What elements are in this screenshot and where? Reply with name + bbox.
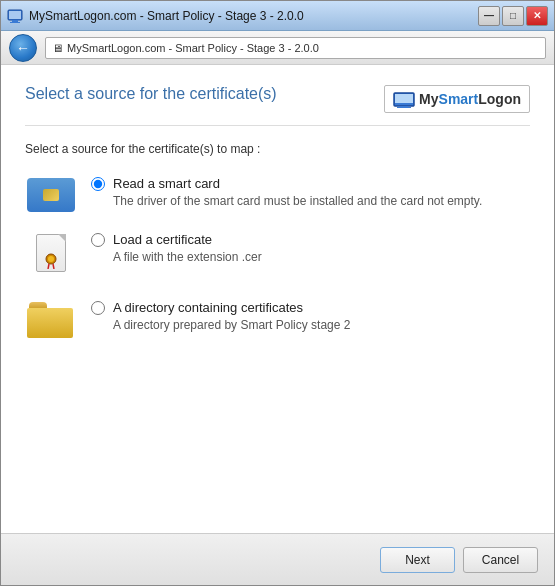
dir-label: A directory containing certificates — [113, 300, 303, 315]
logo-smart: Smart — [439, 91, 479, 107]
page-title: Select a source for the certificate(s) — [25, 85, 277, 103]
smartcard-description: The driver of the smart card must be ins… — [91, 194, 530, 208]
close-button[interactable]: ✕ — [526, 6, 548, 26]
cert-text-area: Load a certificate A file with the exten… — [91, 232, 530, 264]
smartcard-radio-label[interactable]: Read a smart card — [91, 176, 530, 191]
folder-body — [27, 308, 73, 338]
smartcard-radio[interactable] — [91, 177, 105, 191]
smartcard-icon — [27, 178, 75, 212]
address-bar: 🖥 MySmartLogon.com - Smart Policy - Stag… — [45, 37, 546, 59]
option-directory: A directory containing certificates A di… — [25, 300, 530, 342]
svg-rect-5 — [395, 94, 413, 103]
cert-label: Load a certificate — [113, 232, 212, 247]
nav-bar: ← 🖥 MySmartLogon.com - Smart Policy - St… — [1, 31, 554, 65]
smartcard-text-area: Read a smart card The driver of the smar… — [91, 176, 530, 208]
svg-point-9 — [48, 256, 54, 262]
cert-icon — [31, 234, 71, 280]
svg-rect-7 — [397, 107, 411, 108]
window-title: MySmartLogon.com - Smart Policy - Stage … — [29, 9, 304, 23]
logo-icon — [393, 90, 415, 108]
svg-rect-2 — [10, 22, 20, 23]
dir-radio-label[interactable]: A directory containing certificates — [91, 300, 530, 315]
cancel-button[interactable]: Cancel — [463, 547, 538, 573]
chip-icon — [43, 189, 59, 201]
title-bar-left: MySmartLogon.com - Smart Policy - Stage … — [7, 8, 478, 24]
dir-description: A directory prepared by Smart Policy sta… — [91, 318, 530, 332]
app-icon — [7, 8, 23, 24]
window-controls: — □ ✕ — [478, 6, 548, 26]
smartcard-icon-area — [25, 176, 77, 212]
main-content: Select a source for the certificate(s) M… — [1, 65, 554, 533]
folder-icon-area — [25, 300, 77, 342]
title-bar: MySmartLogon.com - Smart Policy - Stage … — [1, 1, 554, 31]
logo-text: MySmartLogon — [419, 91, 521, 107]
option-certificate: Load a certificate A file with the exten… — [25, 232, 530, 280]
svg-rect-1 — [12, 20, 18, 22]
smartcard-label: Read a smart card — [113, 176, 220, 191]
option-smartcard: Read a smart card The driver of the smar… — [25, 176, 530, 212]
cert-paper — [36, 234, 66, 272]
logo-my: My — [419, 91, 438, 107]
logo-logon: Logon — [478, 91, 521, 107]
next-button[interactable]: Next — [380, 547, 455, 573]
main-window: MySmartLogon.com - Smart Policy - Stage … — [0, 0, 555, 586]
logo-container: MySmartLogon — [384, 85, 530, 113]
svg-line-10 — [48, 264, 49, 269]
cert-radio[interactable] — [91, 233, 105, 247]
minimize-button[interactable]: — — [478, 6, 500, 26]
address-text: MySmartLogon.com - Smart Policy - Stage … — [67, 42, 319, 54]
folder-icon — [27, 302, 75, 342]
cert-radio-label[interactable]: Load a certificate — [91, 232, 530, 247]
cert-icon-area — [25, 232, 77, 280]
back-arrow-icon: ← — [16, 41, 30, 55]
footer: Next Cancel — [1, 533, 554, 585]
address-icon: 🖥 — [52, 42, 63, 54]
svg-line-11 — [53, 264, 54, 269]
options-list: Read a smart card The driver of the smar… — [25, 176, 530, 513]
cert-ribbon — [43, 253, 59, 269]
content-header: Select a source for the certificate(s) M… — [25, 85, 530, 126]
cert-description: A file with the extension .cer — [91, 250, 530, 264]
dir-text-area: A directory containing certificates A di… — [91, 300, 530, 332]
svg-rect-3 — [9, 11, 21, 19]
back-button[interactable]: ← — [9, 34, 37, 62]
dir-radio[interactable] — [91, 301, 105, 315]
maximize-button[interactable]: □ — [502, 6, 524, 26]
subtitle-text: Select a source for the certificate(s) t… — [25, 142, 530, 156]
